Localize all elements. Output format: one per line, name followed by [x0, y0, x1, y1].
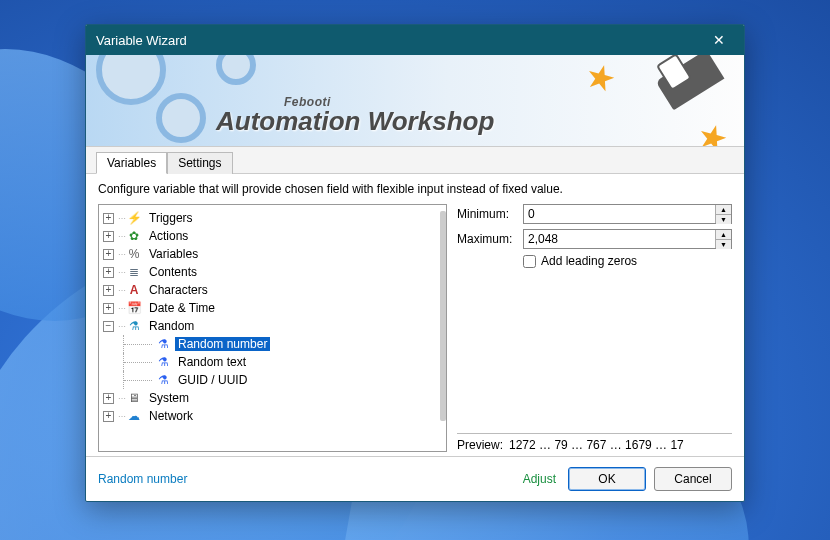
tab-variables[interactable]: Variables: [96, 152, 167, 174]
preview-value: 1272 … 79 … 767 … 1679 … 17: [509, 438, 684, 452]
tree-node-datetime[interactable]: +⋯ 📅 Date & Time: [101, 299, 444, 317]
tab-strip: Variables Settings: [86, 147, 744, 174]
preview-label: Preview:: [457, 438, 503, 452]
list-icon: ≣: [126, 265, 142, 279]
bolt-icon: ⚡: [126, 211, 142, 225]
tree-node-system[interactable]: +⋯ 🖥 System: [101, 389, 444, 407]
spin-up-icon[interactable]: ▲: [716, 230, 731, 240]
properties-pane: Minimum: ▲ ▼ Maximum: ▲ ▼: [457, 204, 732, 452]
banner-product: Automation Workshop: [216, 108, 494, 134]
description: Configure variable that will provide cho…: [98, 182, 732, 196]
tree-node-guid[interactable]: ⚗ GUID / UUID: [101, 371, 444, 389]
expand-icon[interactable]: +: [103, 285, 114, 296]
gear-icon: [96, 55, 166, 105]
maximum-field[interactable]: [524, 230, 715, 248]
leading-zeros-label: Add leading zeros: [541, 254, 637, 268]
expand-icon[interactable]: +: [103, 249, 114, 260]
tree-node-random-text[interactable]: ⚗ Random text: [101, 353, 444, 371]
expand-icon[interactable]: +: [103, 411, 114, 422]
a-icon: A: [126, 283, 142, 297]
star-icon: ★: [693, 114, 732, 147]
gear-icon: [156, 93, 206, 143]
tree-node-random[interactable]: −⋯ ⚗ Random: [101, 317, 444, 335]
titlebar: Variable Wizard ✕: [86, 25, 744, 55]
expand-icon[interactable]: +: [103, 231, 114, 242]
tree-node-contents[interactable]: +⋯ ≣ Contents: [101, 263, 444, 281]
maximum-label: Maximum:: [457, 232, 517, 246]
close-icon[interactable]: ✕: [704, 32, 734, 48]
tree-node-variables[interactable]: +⋯ % Variables: [101, 245, 444, 263]
tree-node-characters[interactable]: +⋯ A Characters: [101, 281, 444, 299]
scrollbar[interactable]: [440, 211, 446, 421]
flask-icon: ⚗: [155, 337, 171, 351]
leading-zeros-checkbox[interactable]: [523, 255, 536, 268]
expand-icon[interactable]: +: [103, 213, 114, 224]
calendar-icon: 📅: [126, 301, 142, 315]
tree-node-triggers[interactable]: +⋯ ⚡ Triggers: [101, 209, 444, 227]
tab-content: Configure variable that will provide cho…: [86, 174, 744, 456]
minimum-field[interactable]: [524, 205, 715, 223]
spin-down-icon[interactable]: ▼: [716, 240, 731, 249]
variable-wizard-dialog: Variable Wizard ✕ Febooti Automation Wor…: [85, 24, 745, 502]
preview-row: Preview: 1272 … 79 … 767 … 1679 … 17: [457, 433, 732, 452]
tree-node-actions[interactable]: +⋯ ✿ Actions: [101, 227, 444, 245]
star-icon: ★: [581, 55, 620, 100]
expand-icon[interactable]: +: [103, 267, 114, 278]
flask-icon: ⚗: [155, 355, 171, 369]
dialog-footer: Random number Adjust OK Cancel: [86, 456, 744, 501]
gear-icon: [216, 55, 256, 85]
tab-settings[interactable]: Settings: [167, 152, 232, 174]
percent-icon: %: [126, 247, 142, 261]
tree-node-network[interactable]: +⋯ ☁ Network: [101, 407, 444, 425]
spin-up-icon[interactable]: ▲: [716, 205, 731, 215]
flask-icon: ⚗: [126, 319, 142, 333]
minimum-label: Minimum:: [457, 207, 517, 221]
variable-tree[interactable]: +⋯ ⚡ Triggers +⋯ ✿ Actions +⋯ % Variable…: [98, 204, 447, 452]
cloud-icon: ☁: [126, 409, 142, 423]
status-text: Random number: [98, 472, 515, 486]
spin-down-icon[interactable]: ▼: [716, 215, 731, 224]
adjust-link[interactable]: Adjust: [523, 472, 556, 486]
banner: Febooti Automation Workshop ★ ★: [86, 55, 744, 147]
ok-button[interactable]: OK: [568, 467, 646, 491]
flask-icon: ⚗: [155, 373, 171, 387]
expand-icon[interactable]: +: [103, 303, 114, 314]
minimum-input[interactable]: ▲ ▼: [523, 204, 732, 224]
window-title: Variable Wizard: [96, 33, 704, 48]
pen-eraser-graphic: ★ ★: [604, 63, 724, 143]
cancel-button[interactable]: Cancel: [654, 467, 732, 491]
expand-icon[interactable]: +: [103, 393, 114, 404]
collapse-icon[interactable]: −: [103, 321, 114, 332]
monitor-icon: 🖥: [126, 391, 142, 405]
tree-node-random-number[interactable]: ⚗ Random number: [101, 335, 444, 353]
maximum-input[interactable]: ▲ ▼: [523, 229, 732, 249]
gear-icon: ✿: [126, 229, 142, 243]
